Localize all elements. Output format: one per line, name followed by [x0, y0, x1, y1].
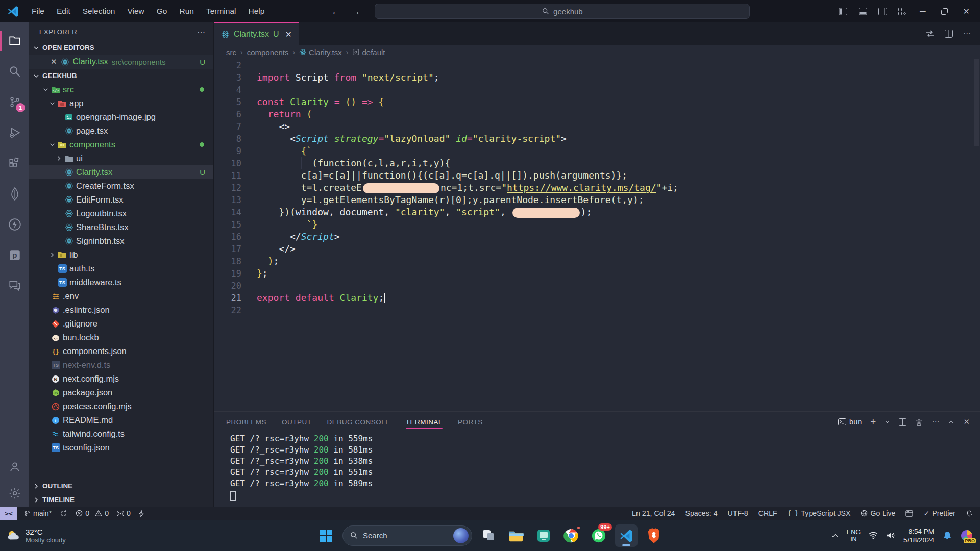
- notification-center-bell-icon[interactable]: [942, 531, 952, 541]
- tree-item-signinbtn-tsx[interactable]: Signinbtn.tsx: [29, 234, 213, 248]
- explorer-icon[interactable]: [0, 26, 29, 56]
- code-line-13[interactable]: 13 y=l.getElementsByTagName(r)[0];y.pare…: [214, 194, 980, 206]
- thunder-client-icon[interactable]: [0, 209, 29, 240]
- code-line-12[interactable]: 12 t=l.createEnc=1;t.src="https://www.cl…: [214, 182, 980, 194]
- tree-item-package-json[interactable]: JSpackage.json: [29, 386, 213, 399]
- code-line-9[interactable]: 9 {`: [214, 145, 980, 157]
- app-icon-green[interactable]: [532, 524, 555, 547]
- breadcrumb-src[interactable]: src: [226, 48, 236, 57]
- tree-item-clarity-tsx[interactable]: Clarity.tsxU: [29, 165, 213, 179]
- open-editor-item[interactable]: ✕ Clarity.tsx src\components U: [29, 55, 213, 69]
- maximize-panel-icon[interactable]: [948, 419, 954, 425]
- menu-file[interactable]: File: [27, 4, 50, 18]
- close-button[interactable]: ✕: [963, 7, 970, 16]
- comments-icon[interactable]: [0, 270, 29, 301]
- tree-item-src[interactable]: </>src: [29, 83, 213, 96]
- code-line-15[interactable]: 15 `}: [214, 218, 980, 231]
- minimize-button[interactable]: ─: [920, 7, 925, 16]
- postman-icon[interactable]: p: [0, 240, 29, 270]
- sync-changes-icon[interactable]: [60, 510, 67, 517]
- encoding-item[interactable]: UTF-8: [728, 509, 748, 517]
- extensions-icon[interactable]: [0, 148, 29, 179]
- panel-tab-debug-console[interactable]: DEBUG CONSOLE: [327, 412, 390, 432]
- tab-close-icon[interactable]: ✕: [285, 30, 292, 39]
- wifi-icon[interactable]: [869, 532, 878, 539]
- kill-terminal-icon[interactable]: [915, 418, 923, 426]
- problems-item[interactable]: 0 0: [76, 509, 109, 517]
- git-branch-item[interactable]: main*: [23, 509, 52, 517]
- account-icon[interactable]: [0, 454, 29, 480]
- code-line-18[interactable]: 18 );: [214, 255, 980, 267]
- tree-item-editform-tsx[interactable]: EditForm.tsx: [29, 193, 213, 207]
- tree-item-logoutbtn-tsx[interactable]: Logoutbtn.tsx: [29, 207, 213, 220]
- code-line-10[interactable]: 10 (function(c,l,a,r,i,t,y){: [214, 157, 980, 169]
- tree-item-page-tsx[interactable]: page.tsx: [29, 124, 213, 138]
- tree-item-bun-lockb[interactable]: bun.lockb: [29, 331, 213, 344]
- breadcrumb-components[interactable]: components: [247, 48, 289, 57]
- panel-tab-terminal[interactable]: TERMINAL: [406, 412, 443, 432]
- code-line-11[interactable]: 11 c[a]=c[a]||function(){(c[a].q=c[a].q|…: [214, 169, 980, 182]
- whatsapp-button[interactable]: 99+: [587, 524, 610, 547]
- cursor-position-item[interactable]: Ln 21, Col 24: [632, 509, 675, 517]
- ports-item[interactable]: 0: [117, 509, 131, 517]
- tree-item--gitignore[interactable]: .gitignore: [29, 317, 213, 331]
- toggle-panel-icon[interactable]: [859, 8, 867, 15]
- tree-item-opengraph-image-jpg[interactable]: opengraph-image.jpg: [29, 110, 213, 124]
- tray-app-icon[interactable]: PRO: [961, 530, 973, 542]
- tab-clarity-tsx[interactable]: Clarity.tsx U ✕: [214, 22, 299, 45]
- code-line-20[interactable]: 20: [214, 280, 980, 292]
- toggle-sidebar-icon[interactable]: [839, 8, 847, 15]
- terminal-shell-item[interactable]: bun: [838, 418, 862, 426]
- editor-scrollbar[interactable]: [974, 59, 979, 146]
- notifications-bell-icon[interactable]: [966, 510, 973, 517]
- code-line-7[interactable]: 7 <>: [214, 120, 980, 133]
- menu-go[interactable]: Go: [152, 4, 173, 18]
- taskbar-weather-widget[interactable]: 32°C Mostly cloudy: [0, 528, 66, 544]
- taskbar-search[interactable]: Search: [342, 525, 472, 546]
- open-changes-icon[interactable]: [925, 30, 935, 38]
- tree-item-middleware-ts[interactable]: TSmiddleware.ts: [29, 276, 213, 289]
- command-center-search[interactable]: geekhub: [375, 4, 750, 19]
- code-line-4[interactable]: 4: [214, 84, 980, 96]
- tree-item-auth-ts[interactable]: TSauth.ts: [29, 262, 213, 276]
- code-line-14[interactable]: 14 })(window, document, "clarity", "scri…: [214, 206, 980, 218]
- tree-item-next-config-mjs[interactable]: Nnext.config.mjs: [29, 372, 213, 386]
- tray-overflow-chevron[interactable]: [831, 533, 839, 538]
- more-actions-icon[interactable]: ⋯: [963, 29, 971, 38]
- close-editor-icon[interactable]: ✕: [51, 57, 57, 66]
- tree-item--env[interactable]: .env: [29, 289, 213, 303]
- formatter-item[interactable]: ✓ Prettier: [923, 509, 955, 517]
- file-explorer-button[interactable]: [505, 524, 527, 547]
- menu-selection[interactable]: Selection: [78, 4, 120, 18]
- code-line-8[interactable]: 8 <Script strategy="lazyOnload" id="clar…: [214, 133, 980, 145]
- thunder-status-icon[interactable]: [139, 510, 144, 517]
- outline-section[interactable]: OUTLINE: [29, 479, 213, 493]
- indentation-item[interactable]: Spaces: 4: [685, 509, 717, 517]
- new-terminal-icon[interactable]: +: [870, 416, 876, 428]
- tree-item--eslintrc-json[interactable]: .eslintrc.json: [29, 303, 213, 317]
- tree-item-ui[interactable]: ui: [29, 152, 213, 165]
- mongodb-icon[interactable]: [0, 179, 29, 209]
- chrome-button[interactable]: [560, 524, 582, 547]
- language-mode-item[interactable]: { } TypeScript JSX: [788, 509, 851, 517]
- tree-item-next-env-d-ts[interactable]: TSnext-env.d.ts: [29, 358, 213, 372]
- explorer-more-actions-icon[interactable]: ⋯: [197, 27, 206, 37]
- menu-view[interactable]: View: [122, 4, 149, 18]
- search-sidebar-icon[interactable]: [0, 56, 29, 87]
- breadcrumb-symbol[interactable]: default: [352, 48, 385, 57]
- close-panel-icon[interactable]: ✕: [963, 417, 970, 427]
- code-editor[interactable]: 23import Script from "next/script";45con…: [214, 59, 980, 411]
- menu-edit[interactable]: Edit: [52, 4, 76, 18]
- tree-item-lib[interactable]: lib: [29, 248, 213, 262]
- clock-widget[interactable]: 8:54 PM 5/18/2024: [903, 527, 934, 544]
- split-terminal-icon[interactable]: [899, 418, 906, 426]
- run-debug-icon[interactable]: [0, 117, 29, 148]
- project-section-header[interactable]: GEEKHUB: [29, 69, 213, 83]
- vscode-taskbar-button[interactable]: [615, 524, 638, 547]
- toggle-secondary-sidebar-icon[interactable]: [878, 8, 887, 15]
- code-line-19[interactable]: 19};: [214, 267, 980, 280]
- start-button[interactable]: [315, 524, 337, 547]
- tree-item-tsconfig-json[interactable]: TStsconfig.json: [29, 441, 213, 455]
- task-view-button[interactable]: [477, 524, 500, 547]
- code-line-3[interactable]: 3import Script from "next/script";: [214, 71, 980, 84]
